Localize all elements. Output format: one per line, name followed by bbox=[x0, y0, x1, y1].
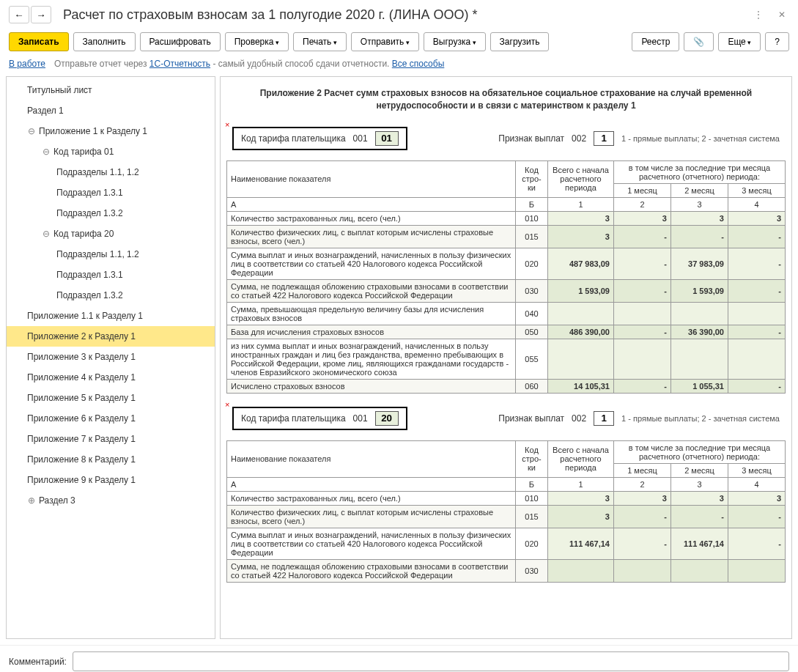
tree-item-14[interactable]: Приложение 4 к Разделу 1 bbox=[7, 367, 215, 388]
tree-item-2[interactable]: ⊖Приложение 1 к Разделу 1 bbox=[7, 121, 215, 141]
attach-button[interactable]: 📎 bbox=[684, 32, 714, 51]
cell-m1[interactable] bbox=[613, 339, 670, 379]
tree-toggle-icon[interactable]: ⊖ bbox=[42, 147, 51, 157]
tree-toggle-icon[interactable]: ⊖ bbox=[42, 229, 51, 239]
cell-m2[interactable]: 3 bbox=[670, 491, 728, 505]
cell-m3[interactable] bbox=[728, 559, 785, 582]
tree-item-16[interactable]: Приложение 6 к Разделу 1 bbox=[7, 408, 215, 429]
cell-total[interactable] bbox=[547, 302, 613, 325]
tree-item-12[interactable]: Приложение 2 к Разделу 1 bbox=[7, 326, 215, 347]
cell-total[interactable]: 3 bbox=[547, 505, 613, 528]
cell-m2[interactable]: - bbox=[670, 225, 728, 248]
tree-item-1[interactable]: Раздел 1 bbox=[7, 100, 215, 121]
forward-button[interactable]: → bbox=[31, 6, 51, 23]
tree-item-5[interactable]: Подраздел 1.3.1 bbox=[7, 182, 215, 203]
cell-total[interactable]: 1 593,09 bbox=[547, 279, 613, 302]
cell-m2[interactable] bbox=[670, 559, 728, 582]
cell-total[interactable]: 3 bbox=[547, 491, 613, 505]
tree-item-17[interactable]: Приложение 7 к Разделу 1 bbox=[7, 429, 215, 449]
import-button[interactable]: Загрузить bbox=[490, 32, 550, 51]
cell-m1[interactable] bbox=[613, 559, 670, 582]
tariff-code-input-1[interactable] bbox=[375, 131, 399, 146]
cell-total[interactable]: 111 467,14 bbox=[547, 528, 613, 559]
help-button[interactable]: ? bbox=[765, 32, 789, 51]
cell-m1[interactable]: - bbox=[613, 505, 670, 528]
cell-m2[interactable]: - bbox=[670, 505, 728, 528]
cell-m2[interactable]: 3 bbox=[670, 211, 728, 225]
cell-m1[interactable]: - bbox=[613, 248, 670, 279]
status-all-methods-link[interactable]: Все способы bbox=[392, 59, 445, 69]
more-button[interactable]: Еще bbox=[718, 32, 761, 51]
cell-m2[interactable] bbox=[670, 339, 728, 379]
cell-total[interactable] bbox=[547, 559, 613, 582]
cell-m3[interactable] bbox=[728, 339, 785, 379]
cell-m1[interactable]: - bbox=[613, 528, 670, 559]
cell-m1[interactable]: - bbox=[613, 279, 670, 302]
status-1c-link[interactable]: 1С-Отчетность bbox=[149, 59, 210, 69]
page-title: Расчет по страховым взносам за 1 полугод… bbox=[63, 7, 751, 23]
tree-item-15[interactable]: Приложение 5 к Разделу 1 bbox=[7, 388, 215, 408]
print-button[interactable]: Печать bbox=[293, 32, 347, 51]
cell-m3[interactable]: - bbox=[728, 225, 785, 248]
table-row: Сумма, превышающая предельную величину б… bbox=[227, 302, 786, 325]
sign-input-1[interactable] bbox=[594, 131, 614, 146]
tree-item-0[interactable]: Титульный лист bbox=[7, 80, 215, 100]
comment-input[interactable] bbox=[73, 651, 789, 671]
tree-item-13[interactable]: Приложение 3 к Разделу 1 bbox=[7, 347, 215, 367]
decode-button[interactable]: Расшифровать bbox=[140, 32, 221, 51]
cell-m2[interactable]: 111 467,14 bbox=[670, 528, 728, 559]
more-icon[interactable]: ⋮ bbox=[751, 7, 766, 22]
back-button[interactable]: ← bbox=[9, 6, 29, 23]
tree-item-6[interactable]: Подраздел 1.3.2 bbox=[7, 203, 215, 224]
cell-m3[interactable] bbox=[728, 302, 785, 325]
status-in-work[interactable]: В работе bbox=[9, 59, 45, 69]
tree-item-8[interactable]: Подразделы 1.1, 1.2 bbox=[7, 244, 215, 265]
cell-m1[interactable]: - bbox=[613, 379, 670, 393]
cell-m1[interactable]: - bbox=[613, 225, 670, 248]
cell-m3[interactable]: - bbox=[728, 505, 785, 528]
tree-item-7[interactable]: ⊖Код тарифа 20 bbox=[7, 224, 215, 244]
cell-total[interactable]: 486 390,00 bbox=[547, 325, 613, 339]
cell-m2[interactable]: 1 593,09 bbox=[670, 279, 728, 302]
tree-item-4[interactable]: Подразделы 1.1, 1.2 bbox=[7, 162, 215, 182]
tariff-code-input-2[interactable] bbox=[375, 411, 399, 426]
tree-toggle-icon[interactable]: ⊕ bbox=[27, 495, 36, 506]
cell-m3[interactable]: - bbox=[728, 279, 785, 302]
close-icon[interactable]: ✕ bbox=[775, 7, 789, 22]
tree-item-19[interactable]: Приложение 9 к Разделу 1 bbox=[7, 470, 215, 490]
tree-toggle-icon[interactable]: ⊖ bbox=[27, 126, 36, 136]
cell-m3[interactable]: - bbox=[728, 325, 785, 339]
th-code: Код стро­ки bbox=[515, 440, 547, 477]
tree-item-3[interactable]: ⊖Код тарифа 01 bbox=[7, 141, 215, 162]
tree-item-11[interactable]: Приложение 1.1 к Разделу 1 bbox=[7, 306, 215, 326]
cell-m2[interactable] bbox=[670, 302, 728, 325]
cell-m1[interactable]: - bbox=[613, 325, 670, 339]
cell-m2[interactable]: 37 983,09 bbox=[670, 248, 728, 279]
tree-item-10[interactable]: Подраздел 1.3.2 bbox=[7, 285, 215, 306]
fill-button[interactable]: Заполнить bbox=[73, 32, 136, 51]
tree-item-9[interactable]: Подраздел 1.3.1 bbox=[7, 265, 215, 285]
check-button[interactable]: Проверка bbox=[225, 32, 289, 51]
cell-total[interactable] bbox=[547, 339, 613, 379]
cell-m1[interactable]: 3 bbox=[613, 211, 670, 225]
cell-m3[interactable]: 3 bbox=[728, 491, 785, 505]
cell-m2[interactable]: 1 055,31 bbox=[670, 379, 728, 393]
cell-m3[interactable]: - bbox=[728, 528, 785, 559]
tree-item-18[interactable]: Приложение 8 к Разделу 1 bbox=[7, 449, 215, 470]
sign-input-2[interactable] bbox=[594, 411, 614, 426]
save-button[interactable]: Записать bbox=[9, 32, 69, 51]
export-button[interactable]: Выгрузка bbox=[424, 32, 486, 51]
cell-m1[interactable]: 3 bbox=[613, 491, 670, 505]
cell-m2[interactable]: 36 390,00 bbox=[670, 325, 728, 339]
cell-total[interactable]: 3 bbox=[547, 211, 613, 225]
cell-m3[interactable]: - bbox=[728, 379, 785, 393]
cell-total[interactable]: 487 983,09 bbox=[547, 248, 613, 279]
cell-m3[interactable]: 3 bbox=[728, 211, 785, 225]
cell-total[interactable]: 14 105,31 bbox=[547, 379, 613, 393]
cell-m3[interactable]: - bbox=[728, 248, 785, 279]
tree-item-20[interactable]: ⊕Раздел 3 bbox=[7, 490, 215, 511]
send-button[interactable]: Отправить bbox=[351, 32, 419, 51]
cell-m1[interactable] bbox=[613, 302, 670, 325]
registry-button[interactable]: Реестр bbox=[632, 32, 679, 51]
cell-total[interactable]: 3 bbox=[547, 225, 613, 248]
